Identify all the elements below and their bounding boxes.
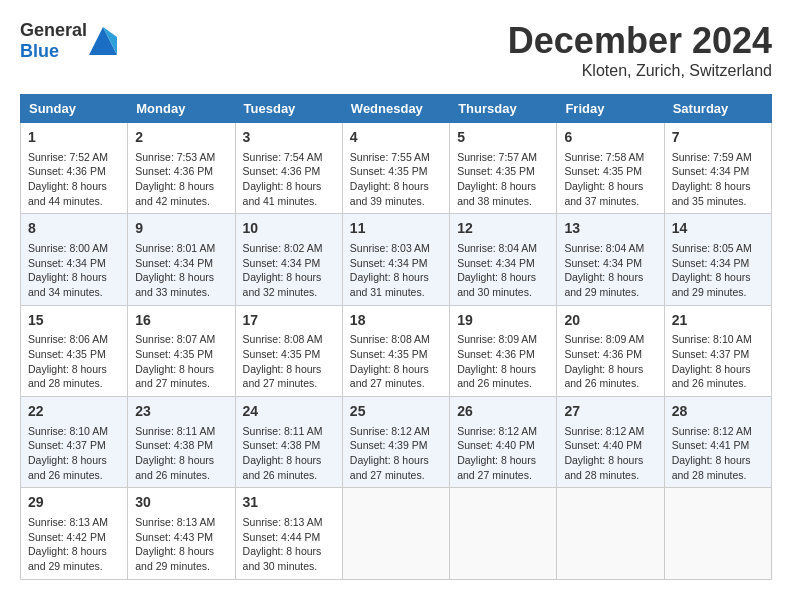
calendar-cell: 14Sunrise: 8:05 AMSunset: 4:34 PMDayligh… <box>664 214 771 305</box>
day-number: 11 <box>350 219 442 239</box>
sunset-text: Sunset: 4:34 PM <box>457 257 535 269</box>
day-number: 24 <box>243 402 335 422</box>
page-header: General Blue December 2024 Kloten, Zuric… <box>20 20 772 80</box>
location-title: Kloten, Zurich, Switzerland <box>508 62 772 80</box>
day-number: 31 <box>243 493 335 513</box>
calendar-cell <box>664 488 771 579</box>
sunrise-text: Sunrise: 8:00 AM <box>28 242 108 254</box>
sunrise-text: Sunrise: 7:53 AM <box>135 151 215 163</box>
sunset-text: Sunset: 4:34 PM <box>243 257 321 269</box>
daylight-text: Daylight: 8 hours and 26 minutes. <box>135 454 214 481</box>
day-number: 5 <box>457 128 549 148</box>
calendar-cell: 18Sunrise: 8:08 AMSunset: 4:35 PMDayligh… <box>342 305 449 396</box>
calendar-header-row: SundayMondayTuesdayWednesdayThursdayFrid… <box>21 95 772 123</box>
daylight-text: Daylight: 8 hours and 26 minutes. <box>672 363 751 390</box>
sunset-text: Sunset: 4:36 PM <box>135 165 213 177</box>
day-number: 18 <box>350 311 442 331</box>
day-number: 28 <box>672 402 764 422</box>
calendar-week-0: 1Sunrise: 7:52 AMSunset: 4:36 PMDaylight… <box>21 123 772 214</box>
daylight-text: Daylight: 8 hours and 27 minutes. <box>457 454 536 481</box>
sunset-text: Sunset: 4:36 PM <box>564 348 642 360</box>
sunrise-text: Sunrise: 8:09 AM <box>457 333 537 345</box>
calendar-cell: 17Sunrise: 8:08 AMSunset: 4:35 PMDayligh… <box>235 305 342 396</box>
day-number: 12 <box>457 219 549 239</box>
logo-text: General Blue <box>20 20 87 62</box>
daylight-text: Daylight: 8 hours and 41 minutes. <box>243 180 322 207</box>
calendar-cell: 13Sunrise: 8:04 AMSunset: 4:34 PMDayligh… <box>557 214 664 305</box>
sunset-text: Sunset: 4:34 PM <box>672 165 750 177</box>
calendar-cell: 28Sunrise: 8:12 AMSunset: 4:41 PMDayligh… <box>664 397 771 488</box>
calendar-cell: 10Sunrise: 8:02 AMSunset: 4:34 PMDayligh… <box>235 214 342 305</box>
calendar-cell: 30Sunrise: 8:13 AMSunset: 4:43 PMDayligh… <box>128 488 235 579</box>
sunset-text: Sunset: 4:35 PM <box>28 348 106 360</box>
sunrise-text: Sunrise: 8:13 AM <box>135 516 215 528</box>
day-number: 7 <box>672 128 764 148</box>
calendar-cell: 2Sunrise: 7:53 AMSunset: 4:36 PMDaylight… <box>128 123 235 214</box>
calendar-cell: 21Sunrise: 8:10 AMSunset: 4:37 PMDayligh… <box>664 305 771 396</box>
calendar-cell: 27Sunrise: 8:12 AMSunset: 4:40 PMDayligh… <box>557 397 664 488</box>
logo: General Blue <box>20 20 117 62</box>
sunrise-text: Sunrise: 8:12 AM <box>672 425 752 437</box>
day-number: 4 <box>350 128 442 148</box>
calendar-cell <box>450 488 557 579</box>
daylight-text: Daylight: 8 hours and 29 minutes. <box>564 271 643 298</box>
daylight-text: Daylight: 8 hours and 32 minutes. <box>243 271 322 298</box>
sunrise-text: Sunrise: 7:58 AM <box>564 151 644 163</box>
sunrise-text: Sunrise: 8:01 AM <box>135 242 215 254</box>
sunrise-text: Sunrise: 7:52 AM <box>28 151 108 163</box>
sunrise-text: Sunrise: 8:04 AM <box>564 242 644 254</box>
calendar-cell: 8Sunrise: 8:00 AMSunset: 4:34 PMDaylight… <box>21 214 128 305</box>
header-monday: Monday <box>128 95 235 123</box>
sunrise-text: Sunrise: 8:02 AM <box>243 242 323 254</box>
calendar-cell: 1Sunrise: 7:52 AMSunset: 4:36 PMDaylight… <box>21 123 128 214</box>
calendar-cell: 26Sunrise: 8:12 AMSunset: 4:40 PMDayligh… <box>450 397 557 488</box>
sunrise-text: Sunrise: 8:09 AM <box>564 333 644 345</box>
sunrise-text: Sunrise: 7:59 AM <box>672 151 752 163</box>
header-friday: Friday <box>557 95 664 123</box>
calendar-cell: 22Sunrise: 8:10 AMSunset: 4:37 PMDayligh… <box>21 397 128 488</box>
daylight-text: Daylight: 8 hours and 33 minutes. <box>135 271 214 298</box>
header-saturday: Saturday <box>664 95 771 123</box>
calendar-cell: 25Sunrise: 8:12 AMSunset: 4:39 PMDayligh… <box>342 397 449 488</box>
sunset-text: Sunset: 4:38 PM <box>135 439 213 451</box>
daylight-text: Daylight: 8 hours and 26 minutes. <box>564 363 643 390</box>
daylight-text: Daylight: 8 hours and 28 minutes. <box>28 363 107 390</box>
sunset-text: Sunset: 4:38 PM <box>243 439 321 451</box>
daylight-text: Daylight: 8 hours and 38 minutes. <box>457 180 536 207</box>
calendar-cell <box>342 488 449 579</box>
day-number: 25 <box>350 402 442 422</box>
daylight-text: Daylight: 8 hours and 35 minutes. <box>672 180 751 207</box>
day-number: 6 <box>564 128 656 148</box>
daylight-text: Daylight: 8 hours and 44 minutes. <box>28 180 107 207</box>
header-thursday: Thursday <box>450 95 557 123</box>
header-wednesday: Wednesday <box>342 95 449 123</box>
sunrise-text: Sunrise: 8:03 AM <box>350 242 430 254</box>
calendar-cell: 19Sunrise: 8:09 AMSunset: 4:36 PMDayligh… <box>450 305 557 396</box>
sunrise-text: Sunrise: 8:06 AM <box>28 333 108 345</box>
day-number: 1 <box>28 128 120 148</box>
daylight-text: Daylight: 8 hours and 27 minutes. <box>135 363 214 390</box>
sunrise-text: Sunrise: 8:13 AM <box>243 516 323 528</box>
day-number: 15 <box>28 311 120 331</box>
calendar-cell: 20Sunrise: 8:09 AMSunset: 4:36 PMDayligh… <box>557 305 664 396</box>
sunrise-text: Sunrise: 7:54 AM <box>243 151 323 163</box>
header-sunday: Sunday <box>21 95 128 123</box>
sunset-text: Sunset: 4:42 PM <box>28 531 106 543</box>
day-number: 2 <box>135 128 227 148</box>
calendar-cell: 12Sunrise: 8:04 AMSunset: 4:34 PMDayligh… <box>450 214 557 305</box>
daylight-text: Daylight: 8 hours and 42 minutes. <box>135 180 214 207</box>
sunset-text: Sunset: 4:36 PM <box>28 165 106 177</box>
day-number: 17 <box>243 311 335 331</box>
daylight-text: Daylight: 8 hours and 39 minutes. <box>350 180 429 207</box>
sunrise-text: Sunrise: 8:12 AM <box>350 425 430 437</box>
calendar-cell: 5Sunrise: 7:57 AMSunset: 4:35 PMDaylight… <box>450 123 557 214</box>
sunrise-text: Sunrise: 8:07 AM <box>135 333 215 345</box>
daylight-text: Daylight: 8 hours and 26 minutes. <box>243 454 322 481</box>
sunset-text: Sunset: 4:41 PM <box>672 439 750 451</box>
day-number: 20 <box>564 311 656 331</box>
sunset-text: Sunset: 4:34 PM <box>564 257 642 269</box>
sunrise-text: Sunrise: 8:11 AM <box>135 425 215 437</box>
logo-general: General <box>20 20 87 40</box>
daylight-text: Daylight: 8 hours and 27 minutes. <box>350 454 429 481</box>
daylight-text: Daylight: 8 hours and 26 minutes. <box>457 363 536 390</box>
